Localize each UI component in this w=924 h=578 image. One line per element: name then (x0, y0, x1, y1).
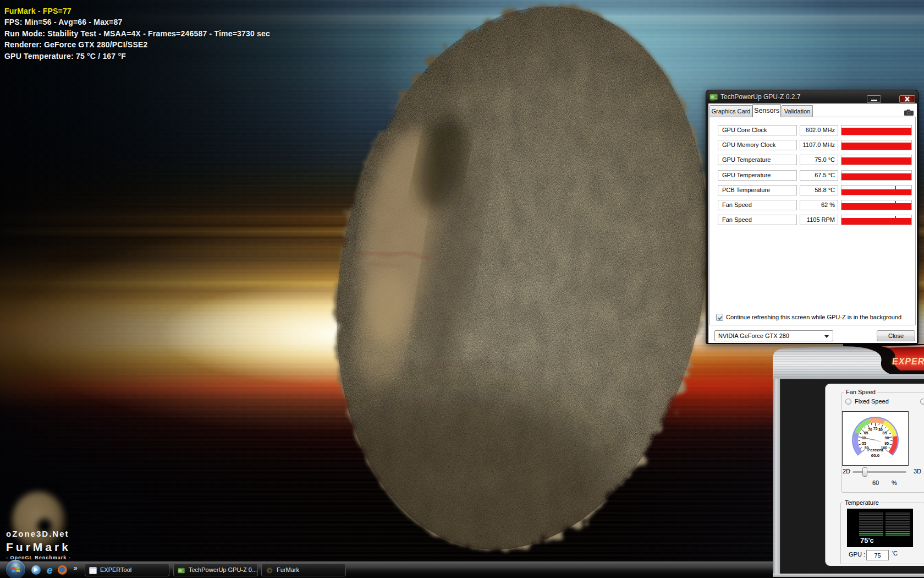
svg-text:Percent: Percent (867, 448, 883, 452)
svg-text:75: 75 (873, 427, 878, 430)
svg-text:60.0: 60.0 (871, 453, 880, 458)
svg-text:95: 95 (884, 441, 889, 445)
svg-text:85: 85 (883, 431, 887, 435)
svg-text:75'c: 75'c (860, 536, 874, 544)
svg-text:EXPER: EXPER (892, 357, 924, 366)
svg-text:70: 70 (868, 428, 872, 432)
svg-text:90: 90 (885, 436, 889, 440)
svg-text:65: 65 (864, 431, 868, 435)
svg-text:55: 55 (862, 441, 866, 445)
